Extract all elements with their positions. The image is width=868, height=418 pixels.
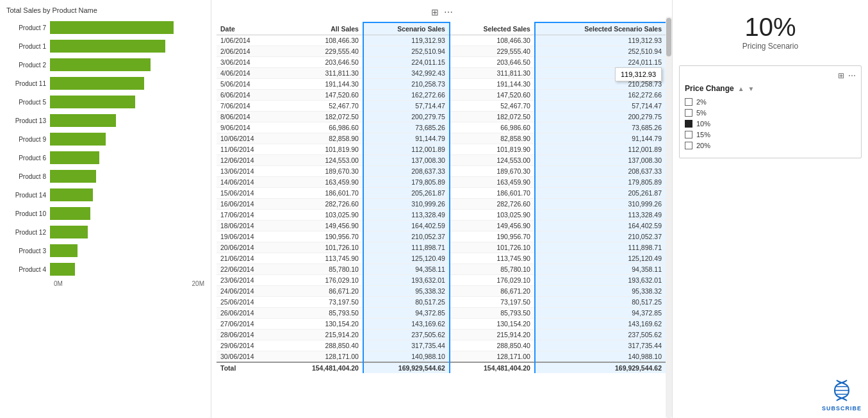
table-cell: 143,169.62 bbox=[363, 319, 450, 330]
table-cell: 149,456.90 bbox=[279, 221, 363, 231]
table-cell: 103,025.90 bbox=[279, 210, 363, 221]
table-panel: ⊞ ⋯ DateAll SalesScenario SalesSelected … bbox=[211, 0, 673, 418]
table-cell: 189,670.30 bbox=[450, 166, 535, 177]
bar-container bbox=[50, 114, 204, 127]
table-cell: 186,601.70 bbox=[450, 188, 535, 199]
slicer-item-5%[interactable]: 5% bbox=[685, 109, 856, 117]
table-cell: 224,011.15 bbox=[535, 57, 666, 68]
sort-down-icon[interactable]: ▼ bbox=[748, 85, 755, 92]
bar-label: Product 1 bbox=[6, 43, 50, 50]
scrollbar-thumb[interactable] bbox=[666, 18, 671, 56]
total-label: Total bbox=[217, 362, 279, 373]
table-cell: 162,272.66 bbox=[363, 90, 450, 101]
table-cell: 26/06/2014 bbox=[217, 308, 279, 319]
slicer-label-2%: 2% bbox=[696, 98, 707, 106]
table-cell: 10/06/2014 bbox=[217, 133, 279, 144]
slicer-label-20%: 20% bbox=[696, 142, 710, 149]
table-cell: 94,358.11 bbox=[363, 264, 450, 275]
table-cell: 2/06/2014 bbox=[217, 46, 279, 57]
slicer-item-20%[interactable]: 20% bbox=[685, 142, 856, 149]
table-cell: 17/06/2014 bbox=[217, 210, 279, 221]
kpi-value: 10% bbox=[679, 13, 862, 42]
slicer-more-icon[interactable]: ⋯ bbox=[848, 71, 856, 80]
table-row: 11/06/2014101,819.90112,001.89101,819.90… bbox=[217, 144, 666, 155]
subscribe-button[interactable]: SUBSCRIBE bbox=[822, 378, 862, 412]
bar-fill bbox=[50, 226, 88, 238]
bar-fill bbox=[50, 263, 75, 276]
table-cell: 66,986.60 bbox=[279, 122, 363, 133]
table-row: 21/06/2014113,745.90125,120.49113,745.90… bbox=[217, 253, 666, 264]
table-row: 13/06/2014189,670.30208,637.33189,670.30… bbox=[217, 166, 666, 177]
data-table: DateAll SalesScenario SalesSelected Sale… bbox=[217, 22, 667, 373]
slicer-expand-icon[interactable]: ⊞ bbox=[838, 71, 844, 80]
table-cell: 164,402.59 bbox=[535, 221, 666, 231]
bar-fill bbox=[50, 207, 90, 220]
table-cell: 101,726.10 bbox=[450, 242, 535, 253]
bar-fill bbox=[50, 77, 144, 90]
slicer-label-15%: 15% bbox=[696, 131, 710, 138]
bar-row: Product 14 bbox=[6, 187, 204, 203]
bar-container bbox=[50, 207, 204, 220]
slicer-checkbox-10%[interactable] bbox=[685, 120, 692, 128]
table-cell: 19/06/2014 bbox=[217, 231, 279, 242]
bar-label: Product 5 bbox=[6, 99, 50, 106]
table-cell: 94,358.11 bbox=[535, 264, 666, 275]
table-row: 29/06/2014288,850.40317,735.44288,850.40… bbox=[217, 340, 666, 351]
total-value-3: 169,929,544.62 bbox=[535, 362, 666, 373]
slicer-checkbox-15%[interactable] bbox=[685, 131, 692, 138]
table-cell: 108,466.30 bbox=[450, 35, 535, 46]
slicer-title: Price Change ▲ ▼ bbox=[685, 84, 856, 93]
slicer-item-15%[interactable]: 15% bbox=[685, 131, 856, 138]
table-cell: 80,517.25 bbox=[363, 297, 450, 308]
table-cell: 124,553.00 bbox=[450, 155, 535, 166]
table-cell: 12/06/2014 bbox=[217, 155, 279, 166]
total-value-2: 154,481,404.20 bbox=[450, 362, 535, 373]
kpi-section: 10% Pricing Scenario bbox=[679, 6, 862, 60]
table-cell: 147,520.60 bbox=[450, 90, 535, 101]
table-cell: 7/06/2014 bbox=[217, 101, 279, 112]
tooltip: 119,312.93 bbox=[615, 67, 662, 81]
table-cell: 310,999.26 bbox=[535, 199, 666, 210]
slicer-item-10%[interactable]: 10% bbox=[685, 120, 856, 128]
table-cell: 111,898.71 bbox=[363, 242, 450, 253]
dna-icon bbox=[831, 378, 852, 403]
table-cell: 162,272.66 bbox=[535, 90, 666, 101]
table-cell: 25/06/2014 bbox=[217, 297, 279, 308]
bar-row: Product 3 bbox=[6, 242, 204, 259]
table-cell: 5/06/2014 bbox=[217, 79, 279, 90]
table-cell: 210,258.73 bbox=[363, 79, 450, 90]
table-row: 24/06/201486,671.2095,338.3286,671.2095,… bbox=[217, 286, 666, 297]
table-row: 20/06/2014101,726.10111,898.71101,726.10… bbox=[217, 242, 666, 253]
more-icon[interactable]: ⋯ bbox=[444, 7, 453, 17]
bar-container bbox=[50, 170, 204, 183]
table-row: 25/06/201473,197.5080,517.2573,197.5080,… bbox=[217, 297, 666, 308]
scrollbar-track[interactable] bbox=[666, 17, 672, 418]
table-cell: 200,279.75 bbox=[535, 112, 666, 122]
table-cell: 113,328.49 bbox=[535, 210, 666, 221]
expand-icon[interactable]: ⊞ bbox=[431, 7, 439, 17]
table-cell: 21/06/2014 bbox=[217, 253, 279, 264]
table-cell: 224,011.15 bbox=[363, 57, 450, 68]
bar-label: Product 2 bbox=[6, 62, 50, 69]
sort-up-icon[interactable]: ▲ bbox=[738, 85, 744, 92]
table-cell: 252,510.94 bbox=[535, 46, 666, 57]
table-cell: 193,632.01 bbox=[363, 275, 450, 286]
table-cell: 193,632.01 bbox=[535, 275, 666, 286]
bar-row: Product 10 bbox=[6, 205, 204, 222]
table-cell: 124,553.00 bbox=[279, 155, 363, 166]
slicer-checkbox-2%[interactable] bbox=[685, 98, 692, 106]
slicer-item-2%[interactable]: 2% bbox=[685, 98, 856, 106]
table-row: 8/06/2014182,072.50200,279.75182,072.502… bbox=[217, 112, 666, 122]
bar-fill bbox=[50, 96, 135, 108]
slicer-checkbox-5%[interactable] bbox=[685, 109, 692, 117]
table-row: 9/06/201466,986.6073,685.2666,986.6073,6… bbox=[217, 122, 666, 133]
slicer-checkbox-20%[interactable] bbox=[685, 142, 692, 149]
table-cell: 282,726.60 bbox=[279, 199, 363, 210]
table-cell: 94,372.85 bbox=[535, 308, 666, 319]
table-cell: 163,459.90 bbox=[279, 177, 363, 188]
table-cell: 342,992.43 bbox=[363, 68, 450, 79]
table-cell: 28/06/2014 bbox=[217, 330, 279, 340]
table-cell: 13/06/2014 bbox=[217, 166, 279, 177]
table-cell: 66,986.60 bbox=[450, 122, 535, 133]
table-cell: 137,008.30 bbox=[363, 155, 450, 166]
